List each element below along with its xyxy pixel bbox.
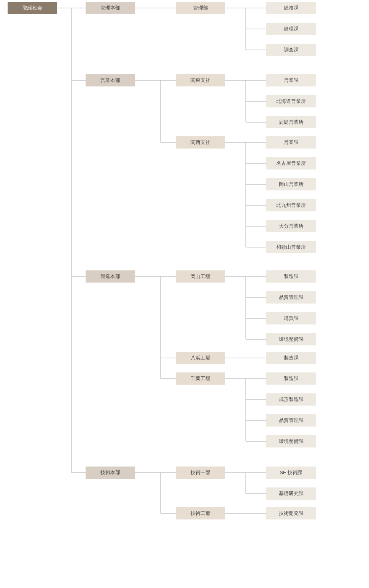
node-keiri-ka: 経理課 <box>266 23 316 35</box>
node-okayama-seizo-ka: 製造課 <box>266 270 316 283</box>
node-chosa-ka: 調査課 <box>266 44 316 56</box>
node-seikei-seizo-ka: 成形製造課 <box>266 393 316 406</box>
node-kanto-shisha: 関東支社 <box>176 74 225 86</box>
node-gijutsu2-bu: 技術二部 <box>176 507 225 519</box>
org-chart: 取締役会 管理本部 営業本部 製造本部 技術本部 管理部 関東支社 関西支社 岡… <box>0 0 369 15</box>
node-okayama-kojo: 岡山工場 <box>176 270 225 283</box>
node-kanto-eigyo-ka: 営業課 <box>266 74 316 86</box>
node-kanri-honbu: 管理本部 <box>86 2 135 14</box>
node-kankyo-ka1: 環境整備課 <box>266 333 316 345</box>
node-hinshitsu-kanri-ka2: 品質管理課 <box>266 414 316 427</box>
node-kitakyushu-eigyo: 北九州営業所 <box>266 199 316 211</box>
node-okayama-eigyo: 岡山営業所 <box>266 178 316 190</box>
node-kiso-kenkyu-ka: 基礎研究課 <box>266 487 316 500</box>
node-kansai-eigyo-ka: 営業課 <box>266 136 316 149</box>
node-gijutsu1-bu: 技術一部 <box>176 467 225 479</box>
node-se-gijutsu-ka: SE 技術課 <box>266 467 316 479</box>
node-chiba-seizo-ka: 製造課 <box>266 372 316 385</box>
node-hokkaido-eigyo: 北海道営業所 <box>266 95 316 107</box>
node-root: 取締役会 <box>8 2 57 14</box>
node-chiba-kojo: 千葉工場 <box>176 372 225 385</box>
node-hachihama-kojo: 八浜工場 <box>176 352 225 364</box>
node-gijutsu-kaihatsu-ka: 技術開発課 <box>266 507 316 519</box>
node-hinshitsu-kanri-ka1: 品質管理課 <box>266 291 316 304</box>
node-kashima-eigyo: 鹿島営業所 <box>266 116 316 128</box>
node-nagoya-eigyo: 名古屋営業所 <box>266 157 316 169</box>
node-kobai-ka: 購買課 <box>266 312 316 324</box>
node-somu-ka: 総務課 <box>266 2 316 14</box>
node-kanri-bu: 管理部 <box>176 2 225 14</box>
node-oita-eigyo: 大分営業所 <box>266 220 316 232</box>
node-gijutsu-honbu: 技術本部 <box>86 467 135 479</box>
node-eigyo-honbu: 営業本部 <box>86 74 135 86</box>
node-wakayama-eigyo: 和歌山営業所 <box>266 241 316 253</box>
node-kankyo-ka2: 環境整備課 <box>266 435 316 447</box>
node-seizo-honbu: 製造本部 <box>86 270 135 283</box>
node-kansai-shisha: 関西支社 <box>176 136 225 149</box>
node-hachihama-seizo-ka: 製造課 <box>266 352 316 364</box>
